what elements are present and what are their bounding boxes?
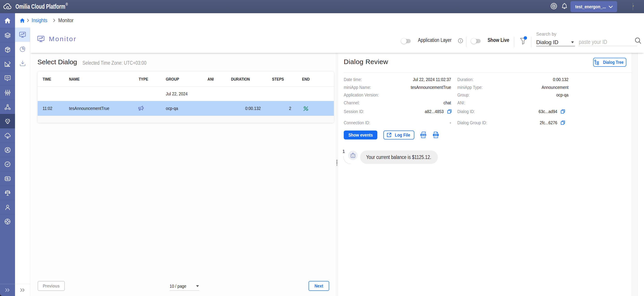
svg-text:RTF: RTF <box>434 134 438 136</box>
svg-text:JSON: JSON <box>421 134 426 136</box>
